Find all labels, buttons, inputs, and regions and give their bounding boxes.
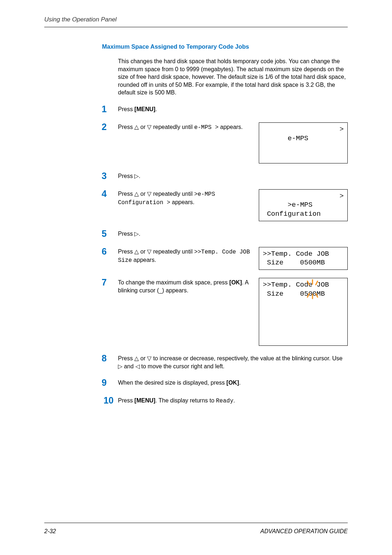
lcd-display-temp-size: >>Temp. Code JOB Size 0500MB bbox=[259, 247, 348, 270]
book-title: ADVANCED OPERATION GUIDE bbox=[260, 528, 348, 535]
step-text: When the desired size is displayed, pres… bbox=[118, 379, 241, 387]
step-text: Press [MENU]. bbox=[118, 105, 157, 113]
lcd-display-emps-config: >e-MPS> Configuration bbox=[259, 189, 348, 221]
header-section-title: Using the Operation Panel bbox=[44, 16, 117, 23]
step-text: Press [MENU]. The display returns to Rea… bbox=[118, 397, 235, 405]
section-heading: Maximum Space Assigned to Temporary Code… bbox=[102, 43, 348, 50]
triangle-up-icon: △ bbox=[134, 356, 139, 361]
step-text: Press ▷. bbox=[118, 172, 140, 180]
page-header: Using the Operation Panel bbox=[0, 0, 392, 23]
step-text: Press △ or ▽ repeatedly until >e-MPS Con… bbox=[118, 190, 259, 207]
triangle-down-icon: ▽ bbox=[147, 124, 151, 130]
triangle-up-icon: △ bbox=[134, 191, 139, 197]
step-number: 8 bbox=[102, 354, 118, 363]
triangle-left-icon: ◁ bbox=[135, 364, 140, 369]
step-number: 10 bbox=[97, 396, 118, 405]
step-5: 5 Press ▷. bbox=[102, 230, 348, 239]
step-8: 8 Press △ or ▽ to increase or decrease, … bbox=[102, 355, 348, 370]
cursor-highlight-icon bbox=[263, 308, 296, 333]
step-number: 6 bbox=[102, 247, 118, 256]
step-number: 4 bbox=[102, 189, 118, 198]
triangle-right-icon: ▷ bbox=[134, 173, 139, 179]
triangle-down-icon: ▽ bbox=[147, 356, 151, 361]
step-3: 3 Press ▷. bbox=[102, 172, 348, 181]
step-number: 1 bbox=[102, 105, 118, 114]
header-rule bbox=[44, 27, 348, 27]
triangle-up-icon: △ bbox=[134, 249, 139, 255]
footer-rule bbox=[44, 523, 348, 523]
step-9: 9 When the desired size is displayed, pr… bbox=[102, 379, 348, 388]
step-text: Press ▷. bbox=[118, 230, 140, 238]
lcd-display-empS: e-MPS > bbox=[259, 122, 348, 163]
step-text: Press △ or ▽ repeatedly until e-MPS > ap… bbox=[118, 123, 259, 132]
step-number: 2 bbox=[102, 122, 118, 131]
step-text: Press △ or ▽ to increase or decrease, re… bbox=[118, 355, 348, 370]
step-4: 4 Press △ or ▽ repeatedly until >e-MPS C… bbox=[102, 190, 348, 221]
triangle-down-icon: ▽ bbox=[147, 191, 151, 197]
page-number: 2-32 bbox=[44, 528, 56, 535]
triangle-up-icon: △ bbox=[134, 124, 139, 130]
step-number: 5 bbox=[102, 229, 118, 238]
triangle-down-icon: ▽ bbox=[147, 249, 151, 255]
step-number: 9 bbox=[102, 378, 118, 387]
step-text: Press △ or ▽ repeatedly until >>Temp. Co… bbox=[118, 248, 259, 265]
step-number: 3 bbox=[102, 171, 118, 181]
step-10: 10 Press [MENU]. The display returns to … bbox=[102, 397, 348, 406]
step-7: 7 To change the maximum disk space, pres… bbox=[102, 279, 348, 346]
triangle-right-icon: ▷ bbox=[118, 364, 122, 369]
step-text: To change the maximum disk space, press … bbox=[118, 279, 259, 294]
main-content: Maximum Space Assigned to Temporary Code… bbox=[102, 43, 348, 406]
step-1: 1 Press [MENU]. bbox=[102, 105, 348, 114]
triangle-right-icon: ▷ bbox=[134, 231, 139, 237]
step-6: 6 Press △ or ▽ repeatedly until >>Temp. … bbox=[102, 248, 348, 270]
intro-paragraph: This changes the hard disk space that ho… bbox=[118, 57, 348, 97]
page-footer: 2-32 ADVANCED OPERATION GUIDE bbox=[44, 528, 348, 535]
lcd-display-temp-size-cursor: >>Temp. Code JOB Size 0500MB bbox=[259, 278, 348, 346]
step-2: 2 Press △ or ▽ repeatedly until e-MPS > … bbox=[102, 123, 348, 163]
blinking-cursor: 5 bbox=[304, 290, 308, 298]
step-number: 7 bbox=[102, 278, 118, 287]
